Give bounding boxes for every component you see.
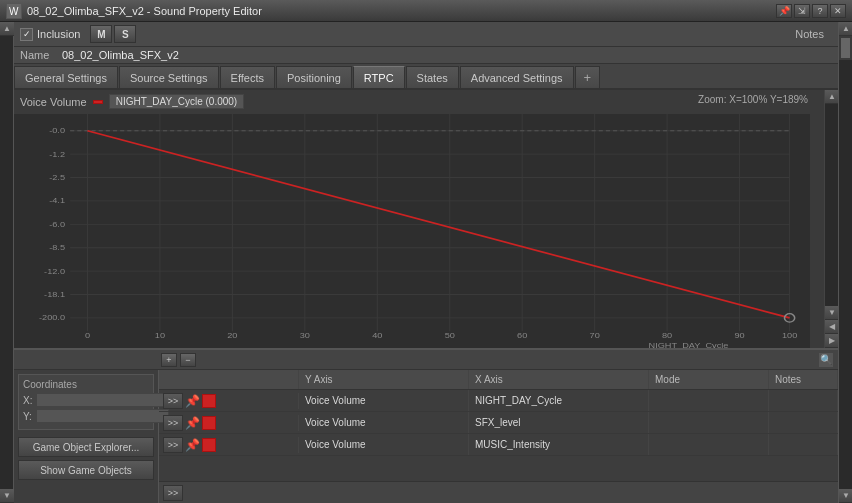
row-1-controls: >> 📌 xyxy=(159,393,299,409)
row-3-forward-btn[interactable]: >> xyxy=(163,437,183,453)
graph-zoom: Zoom: X=100% Y=189% xyxy=(698,94,808,105)
th-x-axis: X Axis xyxy=(469,370,649,389)
svg-text:50: 50 xyxy=(445,331,456,340)
row-2-forward-btn[interactable]: >> xyxy=(163,415,183,431)
svg-text:NIGHT_DAY_Cycle: NIGHT_DAY_Cycle xyxy=(649,341,729,348)
tab-add-button[interactable]: + xyxy=(575,66,601,88)
graph-canvas[interactable]: -0.0 -1.2 -2.5 -4.1 -6.0 -8.5 -12.0 -18.… xyxy=(14,114,810,348)
tab-source-settings[interactable]: Source Settings xyxy=(119,66,219,88)
notes-label: Notes xyxy=(787,28,832,40)
coordinates-label: Coordinates xyxy=(23,379,149,390)
add-button[interactable]: + xyxy=(161,353,177,367)
inclusion-checkbox[interactable]: ✓ xyxy=(20,28,33,41)
tab-general-settings[interactable]: General Settings xyxy=(14,66,118,88)
coordinates-section: Coordinates X: Y: xyxy=(18,374,154,430)
table-rows: >> 📌 Voice Volume NIGHT_DAY_Cycle xyxy=(159,390,838,481)
close-button[interactable]: ✕ xyxy=(830,4,846,18)
svg-text:-2.5: -2.5 xyxy=(49,173,65,182)
scroll-up-arrow[interactable]: ▲ xyxy=(0,22,14,36)
graph-container: Voice Volume NIGHT_DAY_Cycle (0.000) Zoo… xyxy=(14,90,838,348)
m-button[interactable]: M xyxy=(90,25,112,43)
scroll-up-btn[interactable]: ▲ xyxy=(825,90,838,104)
graph-area: Voice Volume NIGHT_DAY_Cycle (0.000) Zoo… xyxy=(14,90,824,348)
table-row[interactable]: >> 📌 Voice Volume SFX_level xyxy=(159,412,838,434)
pin-button[interactable]: 📌 xyxy=(776,4,792,18)
inclusion-label: Inclusion xyxy=(37,28,80,40)
bottom-panel: + − 🔍 Coordinates X: xyxy=(14,348,838,503)
svg-text:70: 70 xyxy=(590,331,601,340)
row-1-y-axis: Voice Volume xyxy=(299,390,469,411)
tab-effects[interactable]: Effects xyxy=(220,66,275,88)
th-mode: Mode xyxy=(649,370,769,389)
scroll-right-btn[interactable]: ▶ xyxy=(825,334,838,348)
graph-axis-label: Voice Volume xyxy=(20,96,87,108)
row-2-mode xyxy=(649,412,769,433)
scroll-left-btn[interactable]: ◀ xyxy=(825,320,838,334)
tabs-bar: General Settings Source Settings Effects… xyxy=(14,64,838,90)
svg-text:60: 60 xyxy=(517,331,528,340)
window-title: 08_02_Olimba_SFX_v2 - Sound Property Edi… xyxy=(27,5,776,17)
row-2-x-axis: SFX_level xyxy=(469,412,649,433)
right-scrollbar: ▲ ▼ xyxy=(838,22,852,503)
table-row[interactable]: >> 📌 Voice Volume NIGHT_DAY_Cycle xyxy=(159,390,838,412)
window-controls: 📌 ⇲ ? ✕ xyxy=(776,4,846,18)
graph-color-tag xyxy=(93,100,103,104)
row-3-pin-icon: 📌 xyxy=(185,438,200,452)
svg-text:-8.5: -8.5 xyxy=(49,243,65,252)
svg-text:90: 90 xyxy=(734,331,745,340)
row-1-forward-btn[interactable]: >> xyxy=(163,393,183,409)
row-3-x-axis: MUSIC_Intensity xyxy=(469,434,649,455)
th-notes: Notes xyxy=(769,370,838,389)
title-bar: W 08_02_Olimba_SFX_v2 - Sound Property E… xyxy=(0,0,852,22)
footer-add-btn[interactable]: >> xyxy=(163,485,183,501)
row-2-controls: >> 📌 xyxy=(159,415,299,431)
name-row: Name 08_02_Olimba_SFX_v2 xyxy=(14,47,838,64)
row-3-color xyxy=(202,438,216,452)
right-scroll-up[interactable]: ▲ xyxy=(839,22,852,36)
row-1-pin-icon: 📌 xyxy=(185,394,200,408)
row-2-color xyxy=(202,416,216,430)
name-value: 08_02_Olimba_SFX_v2 xyxy=(62,49,179,61)
x-coord-row: X: xyxy=(23,393,149,407)
row-1-notes xyxy=(769,390,838,411)
svg-text:W: W xyxy=(9,6,19,17)
graph-header: Voice Volume NIGHT_DAY_Cycle (0.000) xyxy=(20,94,244,109)
row-3-mode xyxy=(649,434,769,455)
remove-button[interactable]: − xyxy=(180,353,196,367)
tab-advanced-settings[interactable]: Advanced Settings xyxy=(460,66,574,88)
svg-text:-4.1: -4.1 xyxy=(49,196,65,205)
bottom-left-panel: Coordinates X: Y: Game Object Explorer..… xyxy=(14,370,159,503)
table-row[interactable]: >> 📌 Voice Volume MUSIC_Intensity xyxy=(159,434,838,456)
svg-text:80: 80 xyxy=(662,331,673,340)
tab-positioning[interactable]: Positioning xyxy=(276,66,352,88)
svg-text:40: 40 xyxy=(372,331,383,340)
game-object-explorer-button[interactable]: Game Object Explorer... xyxy=(18,437,154,457)
th-y-axis: Y Axis xyxy=(299,370,469,389)
svg-text:-0.0: -0.0 xyxy=(49,126,65,135)
scroll-down-arrow[interactable]: ▼ xyxy=(0,489,14,503)
row-1-color xyxy=(202,394,216,408)
scroll-down-btn[interactable]: ▼ xyxy=(825,306,838,320)
svg-rect-2 xyxy=(14,114,810,348)
scroll-track xyxy=(825,104,838,306)
tab-rtpc[interactable]: RTPC xyxy=(353,66,405,88)
svg-text:-200.0: -200.0 xyxy=(39,313,65,322)
x-input[interactable] xyxy=(36,393,169,407)
svg-text:100: 100 xyxy=(782,331,798,340)
svg-text:30: 30 xyxy=(300,331,311,340)
row-3-y-axis: Voice Volume xyxy=(299,434,469,455)
right-scroll-thumb[interactable] xyxy=(841,38,850,58)
search-icon[interactable]: 🔍 xyxy=(818,352,834,368)
y-input[interactable] xyxy=(36,409,169,423)
help-button[interactable]: ? xyxy=(812,4,828,18)
right-scroll-down[interactable]: ▼ xyxy=(839,489,852,503)
inclusion-section: ✓ Inclusion xyxy=(20,28,80,41)
svg-text:10: 10 xyxy=(155,331,166,340)
svg-text:20: 20 xyxy=(227,331,238,340)
show-game-objects-button[interactable]: Show Game Objects xyxy=(18,460,154,480)
arrow-button[interactable]: ⇲ xyxy=(794,4,810,18)
s-button[interactable]: S xyxy=(114,25,136,43)
graph-svg: -0.0 -1.2 -2.5 -4.1 -6.0 -8.5 -12.0 -18.… xyxy=(14,114,810,348)
left-scrollbar: ▲ ▼ xyxy=(0,22,14,503)
tab-states[interactable]: States xyxy=(406,66,459,88)
